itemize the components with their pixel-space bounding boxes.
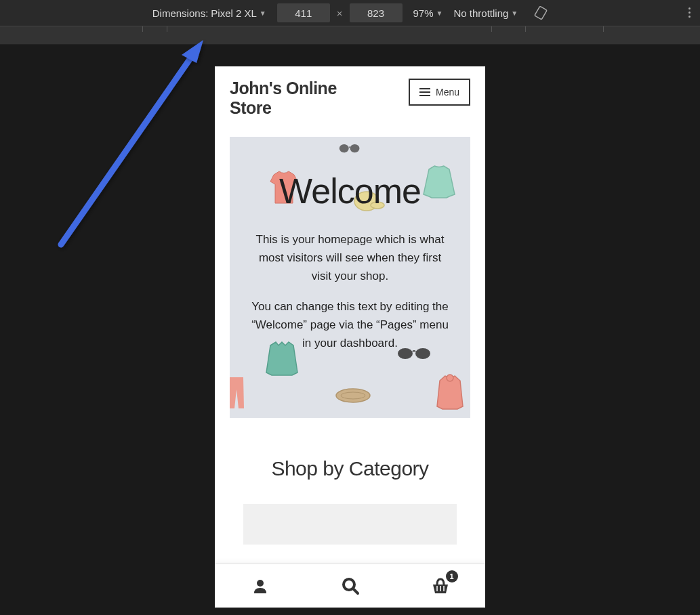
caret-down-icon: ▼ [511,9,518,17]
zoom-value: 97% [413,7,434,19]
site-header: John's Online Store Menu [215,66,485,125]
throttling-value: No throttling [453,7,508,19]
hero-heading: Welcome [249,171,451,211]
svg-rect-0 [535,6,547,20]
svg-point-12 [447,375,453,381]
devtools-toolbar: Dimensions: Pixel 2 XL ▼ × 97% ▼ No thro… [0,0,700,26]
search-icon [341,576,360,595]
svg-line-1 [61,51,195,245]
throttling-selector[interactable]: No throttling ▼ [453,7,518,19]
cart-button[interactable]: 1 [427,572,454,599]
ruler [0,26,700,45]
caret-down-icon: ▼ [260,9,266,17]
device-canvas: John's Online Store Menu [0,45,700,615]
belt-icon [335,385,372,406]
hero-paragraph: This is your homepage which is what most… [249,230,451,286]
device-name: Pixel 2 XL [211,7,257,19]
rotate-button[interactable] [534,6,548,20]
pants-icon [230,376,247,410]
dimensions-label: Dimensions: [152,7,209,19]
svg-point-4 [350,144,360,152]
hero-paragraph: You can change this text by editing the … [249,297,451,353]
menu-button[interactable]: Menu [409,79,470,106]
hamburger-icon [419,88,430,96]
search-button[interactable] [337,572,364,599]
more-options-button[interactable] [688,5,691,19]
menu-label: Menu [436,87,459,98]
account-button[interactable] [247,572,274,599]
svg-line-15 [353,589,358,593]
zoom-selector[interactable]: 97% ▼ [413,7,443,19]
height-input[interactable] [350,3,403,22]
device-viewport: John's Online Store Menu [215,66,485,608]
svg-point-13 [257,580,264,587]
svg-point-3 [339,144,349,152]
dimension-separator: × [337,7,343,19]
width-input[interactable] [277,3,330,22]
category-heading: Shop by Category [230,457,470,480]
hero-section: Welcome This is your homepage which is w… [230,137,470,418]
sunglasses-icon [338,140,362,157]
caret-down-icon: ▼ [436,9,443,17]
dimension-inputs: × [277,3,403,22]
category-section: Shop by Category [215,430,485,545]
cart-badge: 1 [446,570,458,582]
bottom-navigation: 1 [215,564,485,608]
category-placeholder[interactable] [243,504,457,545]
dimensions-selector[interactable]: Dimensions: Pixel 2 XL ▼ [152,7,266,19]
site-title[interactable]: John's Online Store [230,79,365,118]
annotation-arrow [47,35,224,258]
user-icon [251,577,269,595]
jacket-icon [433,374,467,411]
